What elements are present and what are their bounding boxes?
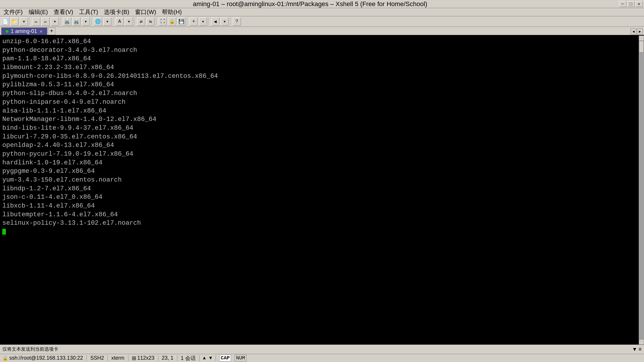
print-prev-button[interactable]: 🖨️ [63, 17, 71, 26]
session-count: 1 会话 [181, 355, 196, 362]
terminal-dimensions: ⊞ 112x23 [132, 355, 155, 361]
transfer-button[interactable]: ⇄ [137, 17, 145, 26]
dropdown-btn3[interactable]: ▾ [82, 17, 90, 26]
window-controls: ─ □ ✕ [619, 1, 643, 7]
tab-add-button[interactable]: + [48, 27, 55, 35]
terminal-type: xterm [111, 355, 125, 361]
tab-prev-button[interactable]: ◀ [631, 29, 636, 34]
bottom-menu-button[interactable]: ≡ [638, 347, 642, 352]
terminal-output: unzip-6.0-16.el7.x86_64 python-decorator… [2, 37, 642, 236]
new-session-button[interactable]: 📄 [1, 17, 9, 26]
tab-bar: 1 aming-01 ✕ + ◀ ▶ [0, 27, 644, 36]
dimensions-icon: ⊞ [132, 355, 136, 361]
vertical-scrollbar[interactable]: ▲ ▼ [639, 36, 644, 345]
dropdown-btn7[interactable]: ▾ [220, 17, 229, 26]
status-sep-1 [86, 355, 87, 361]
terminal-cursor [2, 229, 6, 235]
menu-tabs[interactable]: 选项卡(B) [102, 8, 132, 17]
toolbar: 📄 📁 ▾ ✏️ ✏️ ▾ 🖨️ 🖨️ ▾ 🌐 ▾ A ▾ ⇄ ⇆ ⛶ 🔒 💾 … [0, 16, 644, 27]
dropdown-btn4[interactable]: ▾ [103, 17, 111, 26]
ssh-info: 🔒 ssh://root@192.168.133.130:22 [2, 355, 83, 361]
print-button[interactable]: 🖨️ [72, 17, 80, 26]
open-button[interactable]: 📁 [10, 17, 19, 26]
status-down-arrow[interactable]: ▼ [209, 356, 212, 361]
terminal-area[interactable]: unzip-6.0-16.el7.x86_64 python-decorator… [0, 36, 644, 345]
dropdown-btn5[interactable]: ▾ [125, 17, 133, 26]
toolbar-separator-1 [30, 18, 30, 25]
menu-file[interactable]: 文件(F) [1, 8, 25, 17]
tab-next-button[interactable]: ▶ [637, 29, 643, 34]
minimize-button[interactable]: ─ [619, 1, 626, 7]
globe-button[interactable]: 🌐 [94, 17, 102, 26]
save-button[interactable]: 💾 [177, 17, 186, 26]
dropdown-btn2[interactable]: ▾ [51, 17, 59, 26]
scroll-track[interactable] [639, 41, 644, 339]
menu-view[interactable]: 查看(V) [51, 8, 76, 17]
scroll-thumb[interactable] [639, 41, 644, 52]
font-button[interactable]: A [116, 17, 124, 26]
lock-status-icon: 🔒 [2, 355, 8, 361]
help-button[interactable]: ? [233, 17, 241, 26]
edit-button[interactable]: ✏️ [32, 17, 40, 26]
status-sep-6 [199, 355, 200, 361]
toolbar-separator-4 [113, 18, 114, 25]
menu-bar: 文件(F) 编辑(E) 查看(V) 工具(T) 选项卡(B) 窗口(W) 帮助(… [0, 8, 644, 16]
window-title: aming-01 – root@aminglinux-01:/mnt/Packa… [1, 0, 619, 8]
cursor-position: 23, 1 [162, 355, 174, 361]
sftp-button[interactable]: ⇆ [146, 17, 155, 26]
tab-close-button[interactable]: ✕ [39, 29, 43, 34]
status-sep-7 [216, 355, 216, 361]
bottom-dropdown-arrow[interactable]: ▼ [633, 347, 636, 352]
close-button[interactable]: ✕ [635, 1, 643, 7]
lock-button[interactable]: 🔒 [168, 17, 176, 26]
toolbar-separator-2 [61, 18, 61, 25]
status-sep-5 [177, 355, 177, 361]
toolbar-separator-5 [135, 18, 135, 25]
arrow-left-button[interactable]: ◀ [211, 17, 219, 26]
plus-button[interactable]: + [190, 17, 198, 26]
tab-label: 1 aming-01 [11, 28, 37, 34]
tab-status-dot [6, 30, 8, 33]
status-sep-2 [108, 355, 108, 361]
dimensions-text: 112x23 [137, 355, 155, 361]
status-sep-4 [158, 355, 158, 361]
dropdown-btn6[interactable]: ▾ [199, 17, 207, 26]
tab-navigation: ◀ ▶ [631, 29, 643, 35]
status-bar: 🔒 ssh://root@192.168.133.130:22 SSH2 xte… [0, 354, 644, 362]
dropdown-btn1[interactable]: ▾ [20, 17, 28, 26]
toolbar-separator-8 [209, 18, 209, 25]
status-sep-3 [128, 355, 128, 361]
ssh-info-text: ssh://root@192.168.133.130:22 [9, 355, 83, 361]
toolbar-separator-9 [230, 18, 231, 25]
scroll-up-button[interactable]: ▲ [639, 36, 644, 41]
num-indicator: NUM [235, 355, 246, 361]
toolbar-separator-7 [187, 18, 188, 25]
toolbar-separator-3 [92, 18, 92, 25]
bottom-bar: 仅将文本发送到当前选项卡 ▼ ≡ [0, 345, 644, 354]
title-bar: aming-01 – root@aminglinux-01:/mnt/Packa… [0, 0, 644, 8]
edit-btn2[interactable]: ✏️ [41, 17, 50, 26]
send-to-label: 仅将文本发送到当前选项卡 [2, 346, 58, 352]
menu-help[interactable]: 帮助(H) [160, 8, 184, 17]
menu-edit[interactable]: 编辑(E) [26, 8, 50, 17]
fullscreen-button[interactable]: ⛶ [159, 17, 167, 26]
menu-tools[interactable]: 工具(T) [77, 8, 101, 17]
status-up-arrow[interactable]: ▲ [203, 356, 206, 361]
cap-indicator: CAP [219, 355, 231, 361]
scroll-down-button[interactable]: ▼ [639, 339, 644, 345]
toolbar-separator-6 [156, 18, 157, 25]
menu-window[interactable]: 窗口(W) [133, 8, 158, 17]
maximize-button[interactable]: □ [627, 1, 635, 7]
tab-aming-01[interactable]: 1 aming-01 ✕ [1, 27, 47, 35]
ssh-protocol: SSH2 [90, 355, 104, 361]
